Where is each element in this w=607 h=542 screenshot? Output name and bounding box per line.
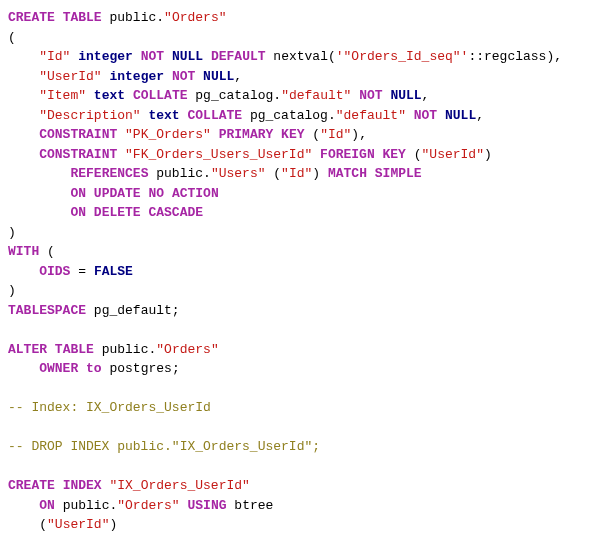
col-userid: "UserId" [39, 69, 101, 84]
col-id: "Id" [39, 49, 70, 64]
col-item: "Item" [39, 88, 86, 103]
comment-drop: -- DROP INDEX public."IX_Orders_UserId"; [8, 439, 320, 454]
keyword-table: TABLE [63, 10, 102, 25]
comment-index: -- Index: IX_Orders_UserId [8, 400, 211, 415]
keyword-constraint: CONSTRAINT [39, 127, 117, 142]
keyword-create: CREATE [8, 10, 55, 25]
schema: public [109, 10, 156, 25]
table-name: "Orders" [164, 10, 226, 25]
keyword-alter: ALTER [8, 342, 47, 357]
col-description: "Description" [39, 108, 140, 123]
sql-code-block: CREATE TABLE public."Orders" ( "Id" inte… [8, 8, 599, 535]
